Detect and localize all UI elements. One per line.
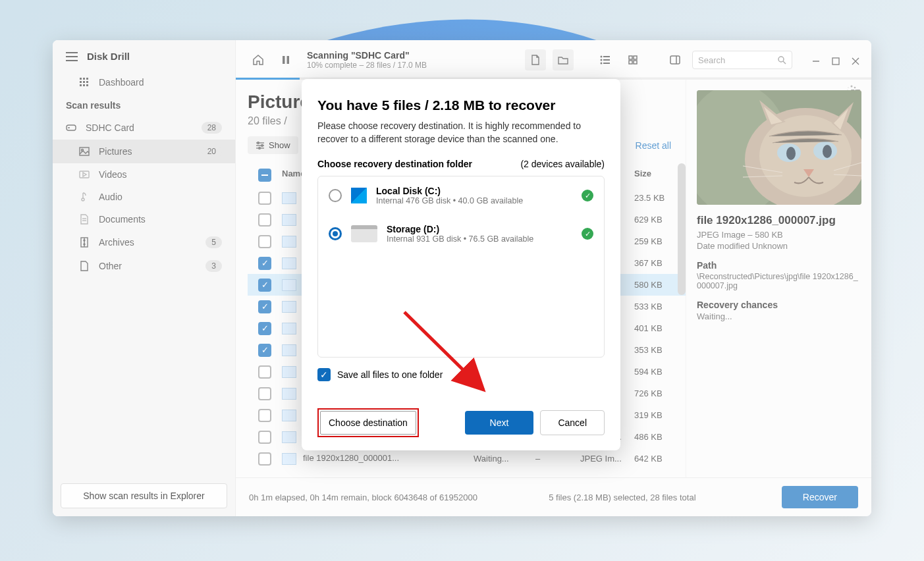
check-icon: ✓: [582, 228, 593, 240]
choose-destination-highlight: Choose destination: [317, 408, 419, 437]
recovery-destination-modal: You have 5 files / 2.18 MB to recover Pl…: [302, 79, 620, 450]
modal-device-count: (2 devices available): [520, 159, 605, 169]
save-one-folder-label: Save all files to one folder: [337, 369, 443, 380]
destination-list: Local Disk (C:) Internal 476 GB disk • 4…: [317, 176, 605, 358]
modal-dest-label: Choose recovery destination folder: [317, 159, 472, 169]
destination-radio[interactable]: [329, 189, 342, 202]
disk-icon: [351, 188, 367, 203]
destination-name: Local Disk (C:): [376, 186, 572, 196]
cancel-button[interactable]: Cancel: [540, 410, 605, 435]
destination-details: Internal 931 GB disk • 76.5 GB available: [387, 234, 572, 244]
modal-description: Please choose recovery destination. It i…: [317, 120, 605, 146]
check-icon: ✓: [582, 190, 593, 201]
destination-option[interactable]: Storage (D:) Internal 931 GB disk • 76.5…: [318, 215, 604, 253]
disk-icon: [351, 225, 377, 242]
destination-name: Storage (D:): [387, 224, 572, 234]
destination-option[interactable]: Local Disk (C:) Internal 476 GB disk • 4…: [318, 176, 604, 215]
next-button[interactable]: Next: [465, 411, 534, 435]
modal-title: You have 5 files / 2.18 MB to recover: [317, 97, 605, 113]
destination-radio[interactable]: [329, 227, 342, 240]
save-one-folder-checkbox[interactable]: ✓: [317, 368, 331, 381]
destination-details: Internal 476 GB disk • 40.0 GB available: [376, 196, 572, 205]
choose-destination-button[interactable]: Choose destination: [320, 411, 416, 435]
